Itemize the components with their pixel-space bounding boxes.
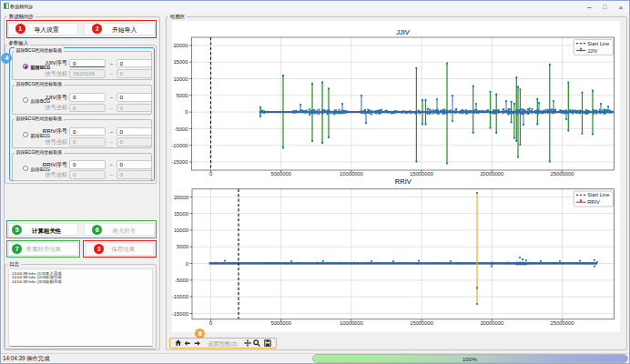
- svg-text:10000: 10000: [173, 76, 188, 82]
- svg-text:20000: 20000: [173, 43, 188, 48]
- svg-text:-10000: -10000: [172, 294, 188, 299]
- svg-text:-15000: -15000: [172, 311, 188, 317]
- svg-text:JJIV: JJIV: [587, 48, 597, 54]
- svg-text:10000: 10000: [174, 228, 188, 233]
- svg-text:5000: 5000: [177, 93, 188, 98]
- svg-text:RRIV: RRIV: [395, 177, 412, 186]
- svg-text:Start Line: Start Line: [587, 41, 609, 46]
- svg-text:5000: 5000: [177, 244, 188, 249]
- svg-text:JJIV: JJIV: [396, 28, 410, 36]
- svg-text:15000: 15000: [173, 59, 188, 65]
- svg-text:Start Line: Start Line: [587, 192, 609, 197]
- svg-text:-5000: -5000: [175, 278, 188, 283]
- svg-text:15000: 15000: [174, 211, 188, 217]
- svg-text:-15000: -15000: [171, 159, 188, 165]
- svg-text:-10000: -10000: [171, 143, 188, 148]
- svg-text:RRIV: RRIV: [587, 199, 600, 205]
- svg-text:20000: 20000: [174, 195, 188, 200]
- svg-text:0: 0: [185, 109, 188, 115]
- svg-text:-5000: -5000: [175, 126, 188, 132]
- svg-text:0: 0: [186, 261, 188, 267]
